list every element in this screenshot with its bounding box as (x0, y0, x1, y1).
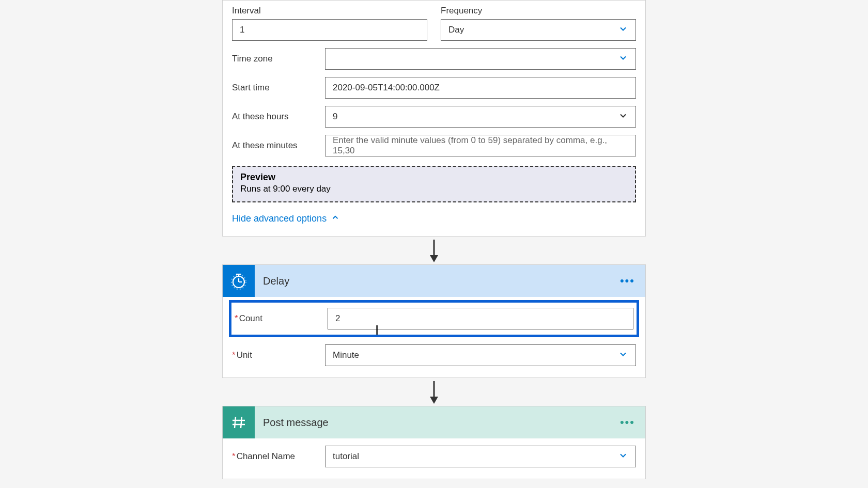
recurrence-card: Interval 1 Frequency Day Time zone (222, 0, 646, 237)
hours-select[interactable]: 9 (325, 106, 636, 128)
text-cursor-icon: I (375, 322, 379, 338)
post-message-title: Post message (263, 417, 620, 429)
minutes-input[interactable]: Enter the valid minute values (from 0 to… (325, 135, 636, 156)
chevron-down-icon (618, 349, 628, 362)
post-message-header[interactable]: Post message ••• (223, 406, 645, 438)
svg-marker-9 (430, 397, 438, 404)
minutes-label: At these minutes (232, 140, 325, 151)
delay-header[interactable]: Delay ••• (223, 265, 645, 297)
timezone-label: Time zone (232, 54, 325, 64)
delay-card: Delay ••• Count 2 I Unit Minute (222, 264, 646, 378)
unit-label: Unit (232, 350, 325, 360)
connector-arrow (222, 237, 646, 264)
interval-input[interactable]: 1 (232, 19, 427, 41)
more-button[interactable]: ••• (620, 416, 645, 429)
preview-text: Runs at 9:00 every day (240, 184, 628, 194)
post-message-card: Post message ••• Channel Name tutorial (222, 406, 646, 479)
post-message-icon (223, 406, 255, 438)
svg-line-11 (241, 417, 242, 428)
count-label: Count (235, 313, 328, 324)
count-input[interactable]: 2 (328, 308, 633, 329)
hide-advanced-link[interactable]: Hide advanced options (232, 213, 636, 225)
channel-label: Channel Name (232, 451, 325, 462)
svg-line-10 (235, 417, 236, 428)
preview-title: Preview (240, 172, 628, 183)
preview-box: Preview Runs at 9:00 every day (232, 166, 636, 202)
connector-arrow (222, 378, 646, 406)
delay-title: Delay (263, 275, 620, 287)
frequency-select[interactable]: Day (441, 19, 636, 41)
channel-select[interactable]: tutorial (325, 446, 636, 467)
svg-marker-1 (430, 255, 438, 262)
chevron-down-icon (618, 111, 628, 123)
starttime-input[interactable]: 2020-09-05T14:00:00.000Z (325, 77, 636, 99)
chevron-down-icon (618, 450, 628, 463)
more-button[interactable]: ••• (620, 274, 645, 288)
unit-select[interactable]: Minute (325, 344, 636, 366)
chevron-down-icon (618, 53, 628, 66)
interval-label: Interval (232, 6, 427, 16)
count-highlight: Count 2 I (229, 300, 639, 337)
timezone-select[interactable] (325, 48, 636, 70)
delay-icon (223, 265, 255, 297)
chevron-up-icon (331, 213, 340, 225)
hours-label: At these hours (232, 112, 325, 122)
chevron-down-icon (618, 24, 628, 37)
starttime-label: Start time (232, 83, 325, 93)
frequency-label: Frequency (441, 6, 636, 16)
